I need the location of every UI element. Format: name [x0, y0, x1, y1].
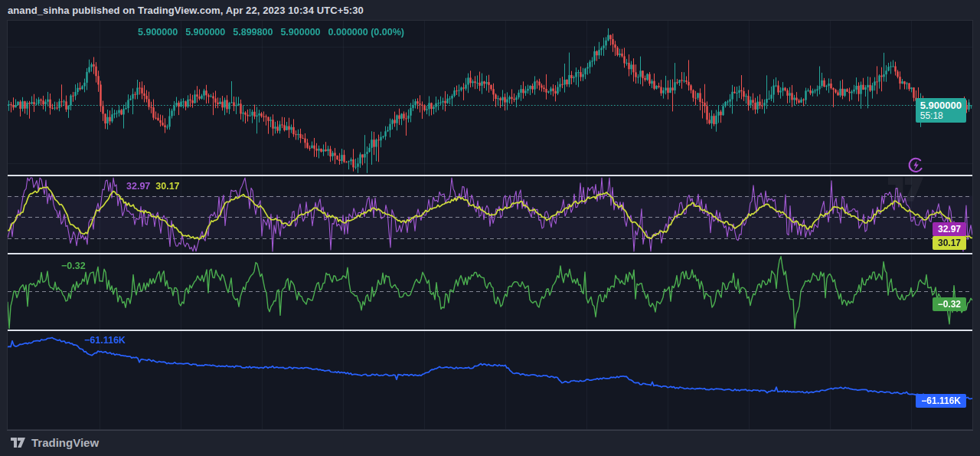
- circle-lightning-icon[interactable]: [906, 156, 925, 175]
- cumulative-volume-badge: −61.116K: [916, 394, 966, 408]
- rsi-slow-badge: 30.17: [933, 236, 966, 250]
- publish-info-text: anand_sinha published on TradingView.com…: [8, 5, 364, 16]
- tradingview-logo-icon[interactable]: [11, 438, 25, 448]
- brand-name[interactable]: TradingView: [31, 436, 99, 449]
- chart-container: 5.900000 5.900000 5.899800 5.900000 0.00…: [8, 21, 972, 429]
- tradingview-watermark-icon: [888, 177, 923, 205]
- last-price-badge: 5.900000 55:18: [916, 98, 966, 123]
- last-price-value: 5.900000: [920, 100, 962, 111]
- chart-canvas[interactable]: [8, 21, 972, 429]
- bar-countdown: 55:18: [920, 111, 962, 121]
- publish-header: anand_sinha published on TradingView.com…: [0, 0, 980, 21]
- rsi-fast-badge: 32.97: [933, 222, 966, 236]
- oscillator-badge: −0.32: [933, 297, 966, 311]
- footer-bar: TradingView: [0, 429, 980, 456]
